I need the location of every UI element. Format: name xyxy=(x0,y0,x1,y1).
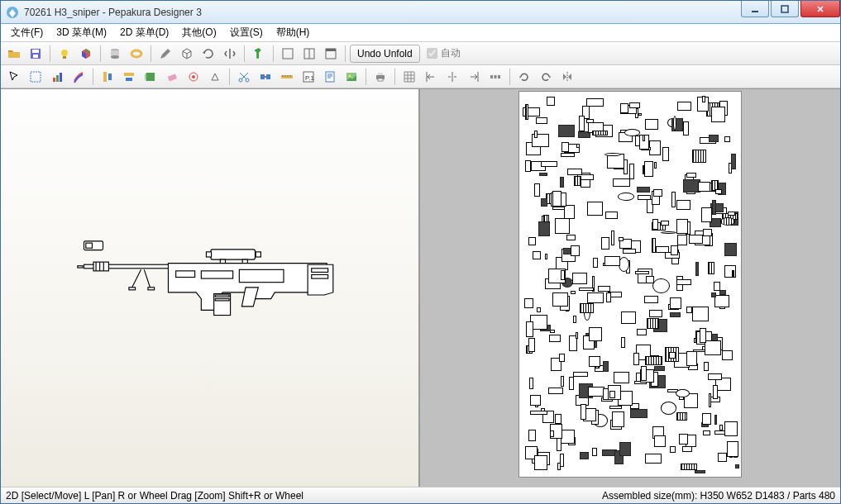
unfold-part xyxy=(713,385,718,399)
unfold-part xyxy=(683,121,688,136)
undo-unfold-button[interactable]: Undo Unfold xyxy=(350,45,420,63)
unfold-part xyxy=(714,415,717,426)
unfold-part xyxy=(711,107,725,122)
unfold-part xyxy=(561,153,575,157)
panel-single-icon[interactable] xyxy=(278,44,298,64)
unfold-part xyxy=(574,176,581,186)
unfold-part xyxy=(545,254,547,259)
unfold-part xyxy=(604,256,620,266)
distribute-icon[interactable] xyxy=(485,67,505,87)
paint-icon[interactable] xyxy=(47,67,67,87)
p1-icon[interactable]: P.1 xyxy=(299,67,318,87)
unfold-part xyxy=(525,104,528,120)
svg-rect-2 xyxy=(781,6,788,12)
unfold-part xyxy=(708,373,723,380)
rotate-ccw-icon[interactable] xyxy=(536,67,556,87)
3d-view-pane[interactable] xyxy=(1,89,420,487)
flap-icon[interactable] xyxy=(141,67,160,87)
unfold-part xyxy=(646,276,653,283)
unfold-part xyxy=(671,192,676,207)
snap-right-icon[interactable] xyxy=(464,67,484,87)
unfold-part xyxy=(635,271,649,274)
select-icon[interactable] xyxy=(4,67,24,87)
menu-help[interactable]: 帮助(H) xyxy=(270,24,317,41)
unfold-part xyxy=(724,136,730,142)
unfold-green-icon[interactable] xyxy=(249,44,269,64)
unfold-part xyxy=(714,282,720,291)
maximize-button[interactable] xyxy=(771,1,799,17)
unfold-part xyxy=(538,221,550,237)
mirror-icon[interactable] xyxy=(557,67,577,87)
rotate-cw-icon[interactable] xyxy=(514,67,534,87)
separator xyxy=(151,45,151,62)
brush-icon[interactable] xyxy=(69,67,88,87)
unfold-part xyxy=(560,454,564,468)
svg-rect-46 xyxy=(490,75,493,78)
menu-settings[interactable]: 设置(S) xyxy=(223,24,270,41)
unfold-part xyxy=(709,393,711,407)
unfold-part xyxy=(571,245,580,256)
cube-color-icon[interactable] xyxy=(76,44,96,64)
unfold-part xyxy=(629,102,640,108)
menu-file[interactable]: 文件(F) xyxy=(4,24,50,41)
unfold-part xyxy=(641,366,647,381)
unfold-part xyxy=(728,212,736,215)
svg-rect-1 xyxy=(752,11,758,12)
cyl-icon[interactable] xyxy=(105,44,125,64)
align-v-icon[interactable] xyxy=(98,67,117,87)
rotate-icon[interactable] xyxy=(198,44,218,64)
bulb-icon[interactable] xyxy=(55,44,74,64)
unfold-part xyxy=(702,96,705,102)
unfold-part xyxy=(561,376,564,387)
wire-cube-icon[interactable] xyxy=(177,44,197,64)
join-icon[interactable] xyxy=(256,67,275,87)
measure-icon[interactable] xyxy=(277,67,297,87)
auto-checkbox[interactable]: 自动 xyxy=(427,46,461,60)
unfold-part xyxy=(714,430,725,434)
target-icon[interactable] xyxy=(184,67,203,87)
close-button[interactable] xyxy=(800,1,840,17)
text-page-icon[interactable] xyxy=(320,67,340,87)
separator xyxy=(394,69,395,85)
eraser-icon[interactable] xyxy=(162,67,182,87)
panel-split-icon[interactable] xyxy=(299,44,319,64)
separator xyxy=(366,69,366,85)
align-h-icon[interactable] xyxy=(119,67,139,87)
svg-rect-59 xyxy=(256,252,260,257)
menu-2d[interactable]: 2D 菜单(D) xyxy=(113,24,175,41)
print-icon[interactable] xyxy=(370,67,390,87)
picture-icon[interactable] xyxy=(342,67,361,87)
unfold-part xyxy=(644,296,658,304)
open-icon[interactable] xyxy=(4,44,24,64)
save-icon[interactable] xyxy=(26,44,45,64)
flip-icon[interactable] xyxy=(220,44,240,64)
unfold-part xyxy=(571,291,576,294)
unfold-part xyxy=(732,270,735,277)
scissors-icon[interactable] xyxy=(234,67,254,87)
unfold-part xyxy=(692,307,709,321)
unfold-part xyxy=(524,298,533,308)
unfold-part xyxy=(703,229,712,237)
pick-icon[interactable] xyxy=(205,67,225,87)
svg-rect-16 xyxy=(326,49,336,51)
menu-3d[interactable]: 3D 菜单(M) xyxy=(50,24,113,41)
torus-icon[interactable] xyxy=(127,44,146,64)
rect-select-icon[interactable] xyxy=(26,67,45,87)
svg-rect-64 xyxy=(239,269,284,282)
unfold-part xyxy=(533,251,540,259)
pencil-icon[interactable] xyxy=(155,44,175,64)
menu-other[interactable]: 其他(O) xyxy=(175,24,222,41)
svg-line-71 xyxy=(144,269,151,288)
unfold-part xyxy=(560,177,564,188)
minimize-button[interactable] xyxy=(741,1,769,17)
titlebar: 70261 H3_sniper - Pepakura Designer 3 xyxy=(1,1,840,24)
2d-unfold-pane[interactable] xyxy=(420,89,840,487)
unfold-part xyxy=(586,119,594,123)
snap-center-icon[interactable] xyxy=(442,67,462,87)
panel-single2-icon[interactable] xyxy=(321,44,341,64)
snap-left-icon[interactable] xyxy=(421,67,441,87)
grid-icon[interactable] xyxy=(399,67,419,87)
svg-point-10 xyxy=(111,55,119,59)
unfold-part xyxy=(695,262,699,275)
unfold-part xyxy=(656,246,669,253)
